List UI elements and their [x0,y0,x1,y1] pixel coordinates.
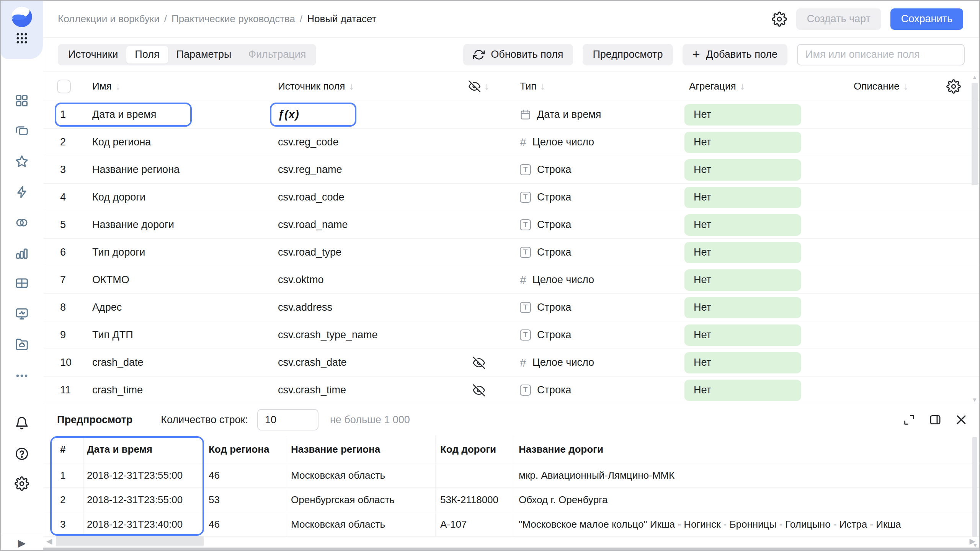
preview-vertical-scrollbar[interactable]: ▼ [972,437,978,551]
preview-maximize-button[interactable] [903,413,916,426]
table-icon [15,276,29,290]
preview-split-view-button[interactable] [929,413,942,426]
breadcrumb-workbook[interactable]: Практические руководства [172,13,295,25]
preview-table-header: # Дата и время Код региона Название реги… [43,435,979,463]
column-header-name[interactable]: Имя ↓ [92,80,278,92]
breadcrumb-collections[interactable]: Коллекции и воркбуки [58,13,160,25]
integer-type-icon: # [520,136,526,149]
aggregation-select[interactable]: Нет [684,324,801,346]
scrollbar-thumb[interactable] [972,437,977,537]
formula-icon[interactable]: ƒ(x) [278,108,299,121]
field-row[interactable]: 6 Тип дороги csv.road_type T Строка Нет [43,239,979,266]
preview-cell-datetime: 2018-12-31T23:40:00 [84,512,204,536]
preview-cell-road-code [436,463,514,487]
field-source: csv.road_type [278,246,341,258]
preview-header: Предпросмотр Количество строк: не больше… [43,404,979,435]
field-row[interactable]: 5 Название дороги csv.road_name T Строка… [43,211,979,239]
aggregation-select[interactable]: Нет [684,132,801,153]
field-row[interactable]: 2 Код региона csv.reg_code # Целое число… [43,129,979,156]
fields-vertical-scrollbar[interactable]: ▲ ▼ [971,74,978,403]
tab-filtering[interactable]: Фильтрация [240,46,315,64]
preview-cell-datetime: 2018-12-31T23:55:00 [84,463,204,487]
fields-table-header: Имя ↓ Источник поля ↓ ↓ Тип ↓ Агрегация [43,72,979,101]
aggregation-select[interactable]: Нет [684,269,801,291]
add-field-button[interactable]: + Добавить поле [683,44,788,65]
create-chart-button[interactable]: Создать чарт [796,8,881,30]
aggregation-select[interactable]: Нет [684,242,801,263]
field-row[interactable]: 8 Адрес csv.address T Строка Нет [43,294,979,321]
column-header-source[interactable]: Источник поля ↓ [278,80,454,92]
scroll-up-icon[interactable]: ▲ [971,74,978,80]
preview-panel: Предпросмотр Количество строк: не больше… [43,404,979,550]
field-row[interactable]: 10 crash_date csv.crash_date # Целое чис… [43,349,979,377]
scroll-right-icon[interactable]: ▶ [970,536,975,546]
preview-cell-road-name: "Московское малое кольцо" Икша - Ногинск… [514,512,969,536]
field-row[interactable]: 7 ОКТМО csv.oktmo # Целое число Нет [43,266,979,294]
refresh-fields-label: Обновить поля [491,49,563,60]
hidden-eye-off-icon[interactable] [473,357,485,369]
sidebar-item-connections[interactable] [13,214,30,231]
aggregation-select[interactable]: Нет [684,380,801,401]
field-row[interactable]: 3 Название региона csv.reg_name T Строка… [43,156,979,184]
aggregation-select[interactable]: Нет [684,297,801,318]
column-header-type[interactable]: Тип ↓ [504,80,684,92]
field-name: crash_date [92,357,144,368]
preview-col-index[interactable]: # [57,435,84,463]
field-row[interactable]: 11 crash_time csv.crash_time T Строка Не… [43,377,979,404]
field-row[interactable]: 1 Дата и время ƒ(x) Дата и время Нет [43,101,979,129]
tab-parameters[interactable]: Параметры [168,46,240,64]
field-source: csv.crash_date [278,357,347,368]
fields-table-body: 1 Дата и время ƒ(x) Дата и время Нет 2 К… [43,101,979,404]
tab-sources[interactable]: Источники [60,46,126,64]
aggregation-select[interactable]: Нет [684,104,801,126]
row-count-input[interactable] [257,409,318,430]
aggregation-select[interactable]: Нет [684,352,801,373]
refresh-fields-button[interactable]: Обновить поля [463,44,573,65]
sidebar-item-functions[interactable] [13,184,30,201]
sidebar-item-storage[interactable] [13,336,30,353]
scrollbar-thumb[interactable] [56,536,204,546]
column-header-aggregation[interactable]: Агрегация ↓ [684,80,849,92]
preview-horizontal-scrollbar[interactable]: ◀ ▶ [43,536,979,547]
maximize-icon [903,413,916,426]
aggregation-select[interactable]: Нет [684,214,801,236]
sidebar-item-more[interactable] [13,367,30,384]
table-settings-gear-icon[interactable] [946,79,961,94]
sidebar-item-settings[interactable] [13,475,30,492]
sidebar-item-dashboards[interactable] [13,305,30,322]
preview-col-region-code[interactable]: Код региона [204,435,286,463]
scroll-left-icon[interactable]: ◀ [46,536,52,546]
scroll-down-icon[interactable]: ▼ [971,397,978,403]
save-button[interactable]: Сохранить [890,8,963,30]
preview-col-datetime[interactable]: Дата и время [84,435,204,463]
sidebar-expand-button[interactable]: ▶ [14,537,30,549]
field-row[interactable]: 9 Тип ДТП csv.crash_type_name T Строка Н… [43,321,979,349]
field-source: csv.oktmo [278,274,324,285]
hidden-eye-off-icon[interactable] [473,384,485,396]
preview-toggle-button[interactable]: Предпросмотр [583,44,673,65]
sidebar-item-collections[interactable] [13,122,30,139]
sidebar-item-help[interactable] [13,445,30,462]
aggregation-select[interactable]: Нет [684,187,801,208]
preview-col-road-code[interactable]: Код дороги [436,435,514,463]
string-type-icon: T [520,247,531,258]
column-header-description[interactable]: Описание ↓ [849,80,936,92]
sidebar-item-charts[interactable] [13,245,30,262]
sidebar-item-notifications[interactable] [13,415,30,432]
dataset-settings-button[interactable] [772,11,787,27]
sidebar-item-tables[interactable] [13,275,30,292]
tab-fields[interactable]: Поля [126,46,168,64]
field-source: csv.crash_time [278,384,346,396]
field-name: Дата и время [92,109,156,120]
column-header-hidden[interactable]: ↓ [454,80,504,92]
sidebar-item-objects[interactable] [13,92,30,109]
preview-col-region-name[interactable]: Название региона [286,435,436,463]
field-search-input[interactable] [797,44,965,65]
scrollbar-thumb[interactable] [972,83,978,185]
select-all-checkbox[interactable] [57,80,71,93]
field-row[interactable]: 4 Код дороги csv.road_code T Строка Нет [43,184,979,211]
preview-close-button[interactable] [955,413,968,426]
preview-col-road-name[interactable]: Название дороги [514,435,969,463]
aggregation-select[interactable]: Нет [684,159,801,181]
sidebar-item-favorites[interactable] [13,153,30,170]
